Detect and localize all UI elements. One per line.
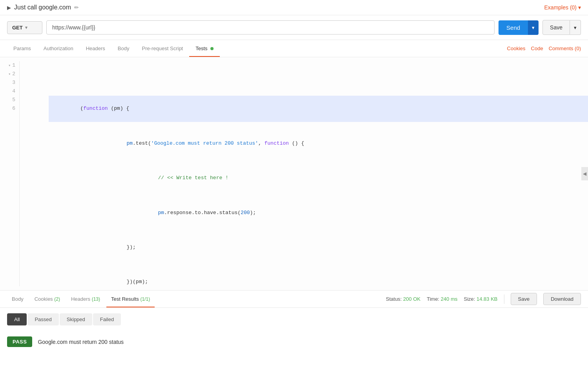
line-num-1: ▾ 1 <box>4 61 15 70</box>
tab-prerequest[interactable]: Pre-request Script <box>135 40 189 57</box>
tab-code-link[interactable]: Code <box>531 45 543 51</box>
collection-arrow-icon: ▶ <box>7 5 11 11</box>
pass-row: PASS Google.com must return 200 status <box>7 336 581 347</box>
response-tabs: Body Cookies (2) Headers (13) Test Resul… <box>0 291 588 308</box>
filter-tab-all[interactable]: All <box>7 313 27 325</box>
time-label: Time: 240 ms <box>427 296 457 302</box>
send-button[interactable]: Send <box>499 20 528 35</box>
save-group: Save ▾ <box>542 20 581 35</box>
collection-title: Just call google.com <box>14 4 71 11</box>
collapse-panel-icon[interactable]: ◀ <box>581 167 588 180</box>
code-line-5: }); <box>24 226 583 234</box>
size-value: 14.83 KB <box>477 296 498 302</box>
code-line-1: (function (pm) { <box>24 87 583 96</box>
code-line-2: pm.test('Google.com must return 200 stat… <box>24 122 583 131</box>
send-group: Send ▾ <box>499 20 539 35</box>
status-label: Status: 200 OK <box>386 296 420 302</box>
resp-save-button[interactable]: Save <box>511 293 537 305</box>
pass-badge: PASS <box>7 336 32 347</box>
time-value: 240 ms <box>441 296 458 302</box>
resp-tab-cookies[interactable]: Cookies (2) <box>30 291 65 307</box>
meta-divider <box>504 294 504 304</box>
send-dropdown-button[interactable]: ▾ <box>528 20 539 35</box>
status-value: 200 OK <box>403 296 420 302</box>
filter-tab-passed[interactable]: Passed <box>27 313 58 325</box>
tab-headers[interactable]: Headers <box>80 40 111 57</box>
code-line-3: // << Write test here ! <box>24 156 583 165</box>
tab-cookies-link[interactable]: Cookies <box>507 45 526 51</box>
code-line-6: })(pm); <box>24 260 583 269</box>
request-tabs: Params Authorization Headers Body Pre-re… <box>0 40 588 57</box>
tab-tests[interactable]: Tests <box>189 40 220 57</box>
url-input[interactable] <box>46 20 495 35</box>
chevron-down-icon: ▾ <box>578 4 581 11</box>
filter-tab-failed[interactable]: Failed <box>93 313 121 325</box>
resp-tab-headers[interactable]: Headers (13) <box>66 291 105 307</box>
line-numbers: ▾ 1 ▾ 2 3 4 5 6 <box>0 61 20 286</box>
code-line-4: pm.response.to.have.status(200); <box>24 191 583 200</box>
method-chevron-icon: ▾ <box>25 25 27 30</box>
line-num-2: ▾ 2 <box>4 70 15 78</box>
size-label: Size: 14.83 KB <box>464 296 498 302</box>
examples-button[interactable]: Examples (0) ▾ <box>544 4 581 11</box>
test-result-area: PASS Google.com must return 200 status <box>0 331 588 353</box>
filter-tabs: All Passed Skipped Failed <box>0 308 588 331</box>
top-bar: ▶ Just call google.com ✏ Examples (0) ▾ <box>0 0 588 15</box>
top-bar-left: ▶ Just call google.com ✏ <box>7 4 79 11</box>
edit-icon[interactable]: ✏ <box>74 4 79 11</box>
examples-label: Examples (0) <box>544 4 577 11</box>
resp-tab-test-results[interactable]: Test Results (1/1) <box>106 291 155 307</box>
resp-tab-body[interactable]: Body <box>7 291 28 307</box>
fold-icon-1: ▾ <box>8 62 11 69</box>
filter-tab-skipped[interactable]: Skipped <box>60 313 92 325</box>
method-select[interactable]: GET ▾ <box>7 21 42 34</box>
fold-icon-2: ▾ <box>8 71 11 78</box>
line-num-5: 5 <box>4 96 15 104</box>
save-dropdown-button[interactable]: ▾ <box>570 20 581 35</box>
code-content: ▾ 1 ▾ 2 3 4 5 6 (function (pm) { pm.tes <box>0 57 588 290</box>
tab-authorization[interactable]: Authorization <box>37 40 80 57</box>
resp-download-button[interactable]: Download <box>543 293 581 305</box>
line-num-4: 4 <box>4 87 15 96</box>
tests-active-dot <box>210 47 214 50</box>
tab-comments-link[interactable]: Comments (0) <box>549 45 581 51</box>
line-num-3: 3 <box>4 78 15 87</box>
response-section: Body Cookies (2) Headers (13) Test Resul… <box>0 291 588 353</box>
response-meta: Status: 200 OK Time: 240 ms Size: 14.83 … <box>386 293 581 305</box>
right-action-tabs: Cookies Code Comments (0) <box>507 45 581 51</box>
save-button[interactable]: Save <box>542 20 570 35</box>
code-editor[interactable]: ▾ 1 ▾ 2 3 4 5 6 (function (pm) { pm.tes <box>0 57 588 291</box>
tab-params[interactable]: Params <box>7 40 37 57</box>
method-label: GET <box>12 25 23 31</box>
url-bar: GET ▾ Send ▾ Save ▾ <box>0 15 588 40</box>
tab-body[interactable]: Body <box>111 40 136 57</box>
pass-description: Google.com must return 200 status <box>38 339 124 345</box>
line-num-6: 6 <box>4 104 15 113</box>
code-lines: (function (pm) { pm.test('Google.com mus… <box>20 61 588 286</box>
